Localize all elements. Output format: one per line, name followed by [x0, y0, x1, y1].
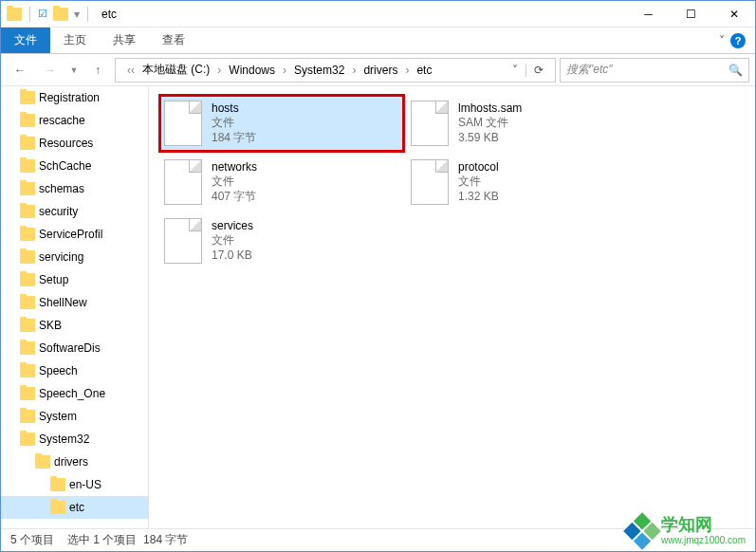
separator	[87, 7, 88, 22]
tree-item-label: SoftwareDis	[39, 341, 101, 355]
history-dropdown-icon[interactable]: ˅	[507, 64, 524, 77]
close-button[interactable]: ✕	[712, 1, 755, 28]
folder-icon[interactable]	[7, 8, 22, 21]
tree-item-schemas[interactable]: schemas	[1, 177, 148, 200]
back-button[interactable]: ←	[7, 58, 33, 83]
tree-item-drivers[interactable]: drivers	[1, 451, 148, 473]
folder-icon	[20, 182, 35, 195]
folder-icon[interactable]	[53, 8, 68, 21]
tree-item-resources[interactable]: Resources	[1, 132, 148, 155]
breadcrumb-item[interactable]: 本地磁盘 (C:)	[138, 62, 213, 78]
file-size: 1.32 KB	[458, 190, 499, 205]
file-item-services[interactable]: services文件17.0 KB	[158, 212, 405, 270]
file-item-hosts[interactable]: hosts文件184 字节	[158, 94, 405, 153]
file-icon	[164, 101, 202, 146]
tree-item-softwaredis[interactable]: SoftwareDis	[1, 337, 148, 359]
search-icon[interactable]: 🔍	[728, 64, 743, 77]
folder-icon	[20, 410, 35, 423]
dropdown-icon[interactable]: ▾	[74, 8, 80, 21]
tree-item-speech_one[interactable]: Speech_One	[1, 382, 148, 405]
status-selection: 选中 1 个项目 184 字节	[67, 532, 188, 548]
tree-item-security[interactable]: security	[1, 200, 148, 223]
file-type: 文件	[212, 116, 256, 131]
check-icon[interactable]: ☑	[38, 8, 47, 20]
tree-item-label: Speech_One	[39, 387, 105, 400]
tree-item-label: Speech	[39, 364, 78, 377]
search-placeholder: 搜索"etc"	[566, 62, 613, 78]
file-name: services	[212, 219, 253, 234]
file-name: lmhosts.sam	[458, 101, 522, 117]
file-icon	[164, 159, 202, 205]
chevron-right-icon[interactable]: ‹‹	[125, 64, 137, 77]
file-type: 文件	[458, 175, 499, 190]
file-icon	[411, 101, 449, 146]
minimize-button[interactable]: ─	[627, 1, 670, 28]
file-info: networks文件407 字节	[212, 160, 257, 205]
folder-icon	[20, 228, 35, 241]
file-size: 17.0 KB	[212, 248, 253, 264]
file-item-protocol[interactable]: protocol文件1.32 KB	[405, 153, 652, 212]
collapse-ribbon-icon[interactable]: ˅	[719, 34, 725, 47]
tab-file[interactable]: 文件	[1, 28, 50, 53]
watermark-title: 学知网	[661, 516, 746, 535]
file-size: 184 字节	[212, 131, 256, 146]
tree-item-servicing[interactable]: servicing	[1, 246, 148, 268]
tree-item-shellnew[interactable]: ShellNew	[1, 291, 148, 314]
address-bar[interactable]: ‹‹ 本地磁盘 (C:) › Windows › System32 › driv…	[115, 58, 556, 83]
recent-dropdown[interactable]: ▼	[67, 58, 81, 83]
folder-icon	[20, 250, 35, 264]
file-size: 3.59 KB	[458, 131, 522, 146]
chevron-right-icon[interactable]: ›	[350, 64, 358, 77]
file-type: 文件	[212, 233, 253, 248]
folder-icon	[20, 159, 35, 173]
search-input[interactable]: 搜索"etc" 🔍	[560, 58, 749, 83]
tab-view[interactable]: 查看	[149, 28, 198, 53]
tree-item-etc[interactable]: etc	[1, 496, 148, 519]
file-item-networks[interactable]: networks文件407 字节	[158, 153, 405, 212]
file-list[interactable]: hosts文件184 字节lmhosts.samSAM 文件3.59 KBnet…	[149, 86, 755, 528]
navigation-tree[interactable]: RegistrationrescacheResourcesSchCachesch…	[1, 86, 149, 528]
help-icon[interactable]: ?	[730, 33, 746, 48]
file-info: services文件17.0 KB	[212, 219, 253, 264]
tree-item-system[interactable]: System	[1, 405, 148, 428]
breadcrumb-item[interactable]: System32	[290, 64, 348, 77]
folder-icon	[35, 455, 50, 469]
tree-item-en-us[interactable]: en-US	[1, 473, 148, 496]
folder-icon	[50, 478, 65, 491]
folder-icon	[20, 432, 35, 446]
watermark-logo-icon	[623, 512, 661, 550]
file-type: SAM 文件	[458, 116, 522, 131]
tree-item-registration[interactable]: Registration	[1, 86, 148, 109]
tree-item-label: Registration	[39, 91, 100, 104]
tree-item-speech[interactable]: Speech	[1, 359, 148, 382]
tree-item-system32[interactable]: System32	[1, 428, 148, 451]
forward-button[interactable]: →	[37, 58, 64, 83]
tree-item-label: ShellNew	[39, 296, 87, 309]
status-item-count: 5 个项目	[10, 532, 54, 548]
breadcrumb-item[interactable]: etc	[413, 64, 435, 77]
chevron-right-icon[interactable]: ›	[281, 64, 288, 77]
tree-item-schcache[interactable]: SchCache	[1, 155, 148, 177]
chevron-right-icon[interactable]: ›	[215, 64, 223, 77]
tab-share[interactable]: 共享	[100, 28, 149, 53]
file-item-lmhosts.sam[interactable]: lmhosts.samSAM 文件3.59 KB	[405, 94, 652, 153]
tree-item-skb[interactable]: SKB	[1, 314, 148, 337]
navigation-row: ← → ▼ ↑ ‹‹ 本地磁盘 (C:) › Windows › System3…	[1, 54, 755, 86]
chevron-right-icon[interactable]: ›	[403, 64, 411, 77]
tree-item-label: drivers	[54, 455, 88, 469]
tree-item-label: rescache	[39, 114, 85, 127]
breadcrumb-item[interactable]: drivers	[360, 64, 401, 77]
folder-icon	[20, 114, 35, 127]
folder-icon	[50, 501, 65, 514]
tree-item-rescache[interactable]: rescache	[1, 109, 148, 132]
tree-item-label: security	[39, 205, 78, 218]
file-size: 407 字节	[212, 190, 257, 205]
up-button[interactable]: ↑	[84, 58, 111, 83]
tab-home[interactable]: 主页	[50, 28, 100, 53]
tree-item-serviceprofil[interactable]: ServiceProfil	[1, 223, 148, 246]
tree-item-setup[interactable]: Setup	[1, 268, 148, 291]
tree-item-label: schemas	[39, 182, 84, 195]
refresh-icon[interactable]: ⟳	[526, 64, 551, 77]
breadcrumb-item[interactable]: Windows	[225, 64, 279, 77]
maximize-button[interactable]: ☐	[670, 1, 712, 28]
